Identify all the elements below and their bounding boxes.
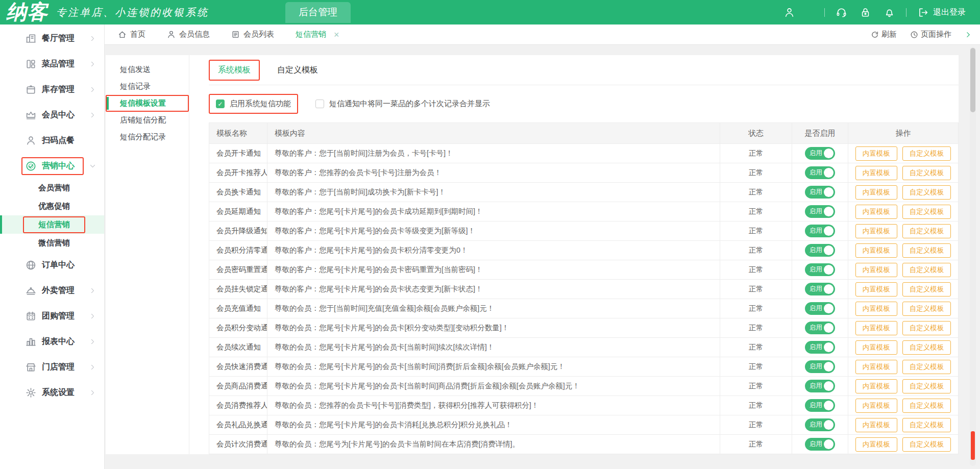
custom-template-button[interactable]: 自定义模板 — [902, 340, 951, 355]
sidebar-item-marketing[interactable]: 营销中心 — [0, 153, 104, 179]
custom-template-button[interactable]: 自定义模板 — [902, 166, 951, 180]
tabbar-tab[interactable]: 短信营销× — [296, 30, 339, 39]
sidebar-item-restaurant[interactable]: 餐厅管理 — [0, 26, 104, 51]
enable-toggle[interactable]: 启用 — [805, 360, 835, 373]
sidebar-subitem-label: 短信营销 — [38, 219, 70, 230]
sidebar-item-stores[interactable]: 门店管理 — [0, 354, 104, 380]
custom-template-button[interactable]: 自定义模板 — [902, 379, 951, 393]
custom-template-button[interactable]: 自定义模板 — [902, 224, 951, 238]
enable-toggle[interactable]: 启用 — [805, 322, 835, 334]
custom-template-button[interactable]: 自定义模板 — [902, 263, 951, 277]
checkbox-label: 短信通知中将同一菜品的多个计次记录合并显示 — [329, 99, 490, 109]
scrollbar-thumb[interactable] — [970, 48, 975, 112]
custom-template-button[interactable]: 自定义模板 — [902, 360, 951, 374]
builtin-template-button[interactable]: 内置模板 — [855, 282, 897, 297]
enable-toggle[interactable]: 启用 — [805, 225, 835, 237]
submenu-item-sms-template-settings[interactable]: 短信模板设置 — [106, 95, 189, 112]
sidebar-item-dishes[interactable]: 菜品管理 — [0, 51, 104, 77]
template-name-cell: 会员升降级通知 — [209, 221, 267, 241]
tabbar-tab[interactable]: 首页 — [118, 30, 145, 39]
builtin-template-button[interactable]: 内置模板 — [855, 205, 897, 219]
tab-scroll-right-icon[interactable] — [965, 31, 972, 38]
custom-template-button[interactable]: 自定义模板 — [902, 399, 951, 413]
submenu-item-sms-allocation-records[interactable]: 短信分配记录 — [106, 129, 189, 145]
builtin-template-button[interactable]: 内置模板 — [855, 360, 897, 374]
enable-cell: 启用 — [792, 280, 848, 299]
notifications-icon[interactable] — [884, 7, 895, 18]
custom-template-button[interactable]: 自定义模板 — [902, 437, 951, 452]
sidebar-item-inventory[interactable]: 库存管理 — [0, 77, 104, 102]
enable-toggle[interactable]: 启用 — [805, 244, 835, 257]
custom-template-button[interactable]: 自定义模板 — [902, 302, 951, 316]
sidebar-item-members[interactable]: 会员中心 — [0, 102, 104, 128]
submenu-item-store-sms-allocation[interactable]: 店铺短信分配 — [106, 112, 189, 129]
account-icon[interactable] — [784, 7, 795, 18]
sidebar-item-sms-marketing[interactable]: 短信营销 — [0, 215, 104, 234]
builtin-template-button[interactable]: 内置模板 — [855, 399, 897, 413]
marketing-icon — [26, 161, 36, 171]
submenu-item-sms-records[interactable]: 短信记录 — [106, 78, 189, 95]
enable-toggle[interactable]: 启用 — [805, 380, 835, 392]
admin-console-tab[interactable]: 后台管理 — [285, 2, 351, 23]
custom-template-button[interactable]: 自定义模板 — [902, 205, 951, 219]
sidebar-item-member-marketing[interactable]: 会员营销 — [0, 179, 104, 197]
custom-template-button[interactable]: 自定义模板 — [902, 418, 951, 432]
enable-toggle[interactable]: 启用 — [805, 399, 835, 412]
sidebar-item-reports[interactable]: 报表中心 — [0, 329, 104, 354]
enable-toggle[interactable]: 启用 — [805, 341, 835, 354]
sidebar-item-takeout[interactable]: 外卖管理 — [0, 278, 104, 303]
builtin-template-button[interactable]: 内置模板 — [855, 379, 897, 393]
enable-toggle[interactable]: 启用 — [805, 418, 835, 431]
custom-template-button[interactable]: 自定义模板 — [902, 243, 951, 258]
custom-template-button[interactable]: 自定义模板 — [902, 185, 951, 200]
sidebar-item-orders[interactable]: 订单中心 — [0, 252, 104, 278]
option-checkbox-group: ✓启用系统短信功能 — [209, 94, 298, 114]
checkbox[interactable]: ✓ — [216, 100, 225, 108]
lock-icon[interactable] — [860, 7, 871, 18]
tabbar-tab[interactable]: 会员列表 — [231, 30, 274, 39]
sidebar-item-wechat-marketing[interactable]: 微信营销 — [0, 234, 104, 252]
builtin-template-button[interactable]: 内置模板 — [855, 302, 897, 316]
builtin-template-button[interactable]: 内置模板 — [855, 263, 897, 277]
tabbar-tab[interactable]: 会员信息 — [167, 30, 210, 39]
template-tab[interactable]: 系统模板 — [209, 60, 260, 81]
builtin-template-button[interactable]: 内置模板 — [855, 321, 897, 335]
submenu-item-sms-send[interactable]: 短信发送 — [106, 61, 189, 78]
enable-toggle[interactable]: 启用 — [805, 263, 835, 276]
custom-template-button[interactable]: 自定义模板 — [902, 321, 951, 335]
template-tab[interactable]: 自定义模板 — [268, 60, 327, 81]
builtin-template-button[interactable]: 内置模板 — [855, 418, 897, 432]
enable-toggle[interactable]: 启用 — [805, 166, 835, 179]
builtin-template-button[interactable]: 内置模板 — [855, 185, 897, 200]
table-row: 会员升降级通知尊敬的客户：您尾号[卡片尾号]的会员卡等级变更为[新等级]！正常启… — [209, 221, 959, 241]
builtin-template-button[interactable]: 内置模板 — [855, 437, 897, 452]
tab-close-icon[interactable]: × — [334, 30, 339, 39]
builtin-template-button[interactable]: 内置模板 — [855, 146, 897, 161]
custom-template-button[interactable]: 自定义模板 — [902, 282, 951, 297]
enable-toggle[interactable]: 启用 — [805, 283, 835, 295]
checkbox[interactable] — [315, 100, 324, 108]
page-operations-button[interactable]: 页面操作 — [910, 30, 951, 39]
actions-cell: 内置模板自定义模板 — [848, 280, 959, 299]
sidebar-item-settings[interactable]: 系统设置 — [0, 380, 104, 405]
builtin-template-button[interactable]: 内置模板 — [855, 224, 897, 238]
support-icon[interactable] — [836, 7, 847, 18]
enable-toggle[interactable]: 启用 — [805, 186, 835, 199]
sidebar-item-scan-order[interactable]: 扫码点餐 — [0, 128, 104, 153]
enable-toggle[interactable]: 启用 — [805, 302, 835, 315]
table-row: 会员充值通知尊敬的会员：您于[当前时间]充值[充值金额]余额[会员账户余额]元！… — [209, 299, 959, 318]
logout-button[interactable]: 退出登录 — [918, 7, 966, 18]
vertical-scrollbar[interactable] — [970, 47, 976, 466]
sidebar-item-groupbuy[interactable]: 团购管理 — [0, 303, 104, 329]
builtin-template-button[interactable]: 内置模板 — [855, 166, 897, 180]
enable-toggle[interactable]: 启用 — [805, 205, 835, 218]
refresh-button[interactable]: 刷新 — [871, 30, 897, 39]
builtin-template-button[interactable]: 内置模板 — [855, 243, 897, 258]
custom-template-button[interactable]: 自定义模板 — [902, 146, 951, 161]
enable-toggle[interactable]: 启用 — [805, 438, 835, 451]
builtin-template-button[interactable]: 内置模板 — [855, 340, 897, 355]
sidebar-item-promotions[interactable]: 优惠促销 — [0, 197, 104, 215]
enable-cell: 启用 — [792, 163, 848, 183]
header-divider — [906, 8, 906, 17]
enable-toggle[interactable]: 启用 — [805, 147, 835, 160]
